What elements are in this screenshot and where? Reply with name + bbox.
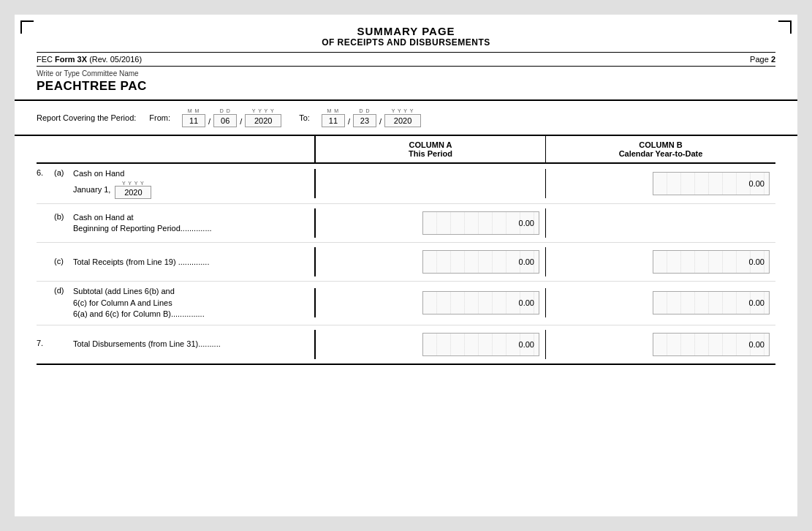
row-7-col-a-amount[interactable]: 0.00 xyxy=(422,333,539,356)
form-info-left: FEC Form 3X (Rev. 05/2016) xyxy=(37,55,142,64)
row-6b-col-a-value: 0.00 xyxy=(519,219,534,227)
row-7-num: 7. xyxy=(37,339,51,347)
from-yyyy-hint: Y Y Y Y xyxy=(252,108,275,113)
columns-header: COLUMN A This Period COLUMN B Calendar Y… xyxy=(37,136,775,164)
to-dd-field[interactable]: 23 xyxy=(353,114,376,127)
from-mm-hint: M M xyxy=(188,108,200,113)
row-6b-col-a-amount[interactable]: 0.00 xyxy=(422,211,539,235)
row-6d-text-line1: Subtotal (add Lines 6(b) and xyxy=(73,286,205,297)
to-dd-wrapper: D D 23 xyxy=(353,108,376,127)
row-6b-text-line1: Cash on Hand at xyxy=(73,212,212,223)
row-6c-label-area: (c) Total Receipts (from Line 19) ......… xyxy=(37,257,314,268)
row-6a-text-line2: January 1, xyxy=(73,184,110,195)
from-date-group: M M 11 / D D 06 / Y Y Y Y 2020 xyxy=(182,108,281,127)
row-7-col-a: 0.00 xyxy=(314,330,546,359)
row-6c-col-a: 0.00 xyxy=(314,247,546,276)
row-6b-col-a: 0.00 xyxy=(314,208,546,238)
from-yyyy-field[interactable]: 2020 xyxy=(245,114,281,127)
col-b-header: COLUMN B Calendar Year-to-Date xyxy=(546,136,775,162)
row-6c: (c) Total Receipts (from Line 19) ......… xyxy=(37,243,775,282)
row-6d-label-area: (d) Subtotal (add Lines 6(b) and 6(c) fo… xyxy=(37,286,314,320)
row-6d-text-line2: 6(c) for Column A and Lines xyxy=(73,298,205,309)
from-mm-wrapper: M M 11 xyxy=(182,108,205,127)
title-block: SUMMARY PAGE OF RECEIPTS AND DISBURSEMEN… xyxy=(37,25,775,48)
committee-name: PEACHTREE PAC xyxy=(37,79,775,94)
row-6b-sub: (b) xyxy=(54,212,70,221)
row-6b-text-line2: Beginning of Reporting Period...........… xyxy=(73,223,212,234)
to-mm-field[interactable]: 11 xyxy=(322,114,345,127)
row-6d-col-a: 0.00 xyxy=(314,288,546,317)
row-6d-col-b: 0.00 xyxy=(546,288,775,317)
row-6a-col-a-empty xyxy=(314,169,546,198)
year-field[interactable]: 2020 xyxy=(115,186,151,199)
period-section: Report Covering the Period: From: M M 11… xyxy=(15,101,797,136)
committee-section: Write or Type Committee Name PEACHTREE P… xyxy=(15,67,797,101)
row-7-col-b-amount[interactable]: 0.00 xyxy=(653,333,770,356)
page: SUMMARY PAGE OF RECEIPTS AND DISBURSEMEN… xyxy=(15,15,797,516)
year-hint: Y Y Y Y xyxy=(122,181,145,186)
to-yyyy-field[interactable]: 2020 xyxy=(384,114,421,127)
row-6a-text: Cash on Hand January 1, Y Y Y Y 2020 xyxy=(73,168,151,199)
row-6d: (d) Subtotal (add Lines 6(b) and 6(c) fo… xyxy=(37,282,775,325)
to-yyyy-hint: Y Y Y Y xyxy=(392,108,414,113)
to-slash-2: / xyxy=(379,117,382,127)
row-7-col-b: 0.00 xyxy=(546,330,775,359)
row-6a-label-area: 6. (a) Cash on Hand January 1, Y Y Y Y 2… xyxy=(37,168,314,199)
row-7-col-a-value: 0.00 xyxy=(519,340,534,349)
row-6b: (b) Cash on Hand at Beginning of Reporti… xyxy=(37,204,775,243)
col-a-title: COLUMN A xyxy=(319,140,542,149)
row-7-col-b-value: 0.00 xyxy=(749,340,764,349)
from-dd-hint: D D xyxy=(220,108,231,113)
to-yyyy-wrapper: Y Y Y Y 2020 xyxy=(384,108,421,127)
row-7-label-area: 7. Total Disbursements (from Line 31)...… xyxy=(37,339,314,350)
row-6a-inline: January 1, Y Y Y Y 2020 xyxy=(73,181,151,199)
corner-bracket-tr xyxy=(778,20,792,34)
row-6d-col-b-amount[interactable]: 0.00 xyxy=(653,291,770,315)
row-6d-col-a-value: 0.00 xyxy=(519,298,534,307)
from-mm-field[interactable]: 11 xyxy=(182,114,205,127)
row-6a-text-line1: Cash on Hand xyxy=(73,168,151,179)
row-6d-col-b-value: 0.00 xyxy=(749,298,764,307)
row-6c-sub: (c) xyxy=(54,257,70,266)
page-number: 2 xyxy=(771,55,775,64)
to-mm-wrapper: M M 11 xyxy=(322,108,345,127)
date-slash-1: / xyxy=(208,117,210,127)
row-6a-col-b-value: 0.00 xyxy=(749,179,764,188)
row-6a-sub: (a) xyxy=(54,168,70,177)
row-6c-text: Total Receipts (from Line 19) ..........… xyxy=(73,257,209,268)
from-dd-field[interactable]: 06 xyxy=(213,114,237,127)
page-label: Page xyxy=(750,55,769,64)
form-info-right: Page 2 xyxy=(750,55,775,64)
row-6b-text: Cash on Hand at Beginning of Reporting P… xyxy=(73,212,212,235)
col-a-header: COLUMN A This Period xyxy=(314,136,546,162)
to-date-group: M M 11 / D D 23 / Y Y Y Y 2020 xyxy=(322,108,421,127)
committee-label: Write or Type Committee Name xyxy=(37,69,775,78)
period-label: Report Covering the Period: xyxy=(37,113,136,122)
to-dd-hint: D D xyxy=(359,108,370,113)
row-7: 7. Total Disbursements (from Line 31)...… xyxy=(37,325,775,365)
row-6c-col-b-amount[interactable]: 0.00 xyxy=(653,250,770,274)
col-a-sub: This Period xyxy=(319,149,542,158)
row-6c-col-a-amount[interactable]: 0.00 xyxy=(422,250,539,274)
col-label-spacer xyxy=(37,136,314,162)
col-b-sub: Calendar Year-to-Date xyxy=(549,149,773,158)
form-number: Form 3X xyxy=(55,55,87,64)
row-6b-col-b-empty xyxy=(546,208,775,238)
row-6c-col-a-value: 0.00 xyxy=(519,257,534,266)
row-6d-text-line3: 6(a) and 6(c) for Column B).............… xyxy=(73,309,205,320)
corner-bracket-tl xyxy=(20,20,34,34)
from-yyyy-wrapper: Y Y Y Y 2020 xyxy=(245,108,281,127)
row-6a-num: 6. xyxy=(37,168,51,177)
form-label: FEC xyxy=(37,55,53,64)
main-title: SUMMARY PAGE xyxy=(37,25,775,37)
row-6a-col-b: 0.00 xyxy=(546,169,775,198)
sub-title: OF RECEIPTS AND DISBURSEMENTS xyxy=(37,37,775,48)
row-6d-text: Subtotal (add Lines 6(b) and 6(c) for Co… xyxy=(73,286,205,320)
header-section: SUMMARY PAGE OF RECEIPTS AND DISBURSEMEN… xyxy=(15,15,797,67)
form-info-row: FEC Form 3X (Rev. 05/2016) Page 2 xyxy=(37,52,775,67)
data-section: 6. (a) Cash on Hand January 1, Y Y Y Y 2… xyxy=(37,164,775,365)
form-rev: (Rev. 05/2016) xyxy=(89,55,142,64)
from-dd-wrapper: D D 06 xyxy=(213,108,237,127)
row-6a-col-b-amount[interactable]: 0.00 xyxy=(653,172,770,195)
row-6d-col-a-amount[interactable]: 0.00 xyxy=(422,291,539,315)
